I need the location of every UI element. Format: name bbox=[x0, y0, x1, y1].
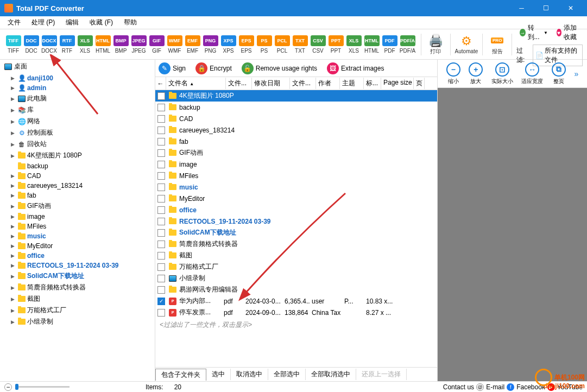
format-tiff-button[interactable]: TIFFTIFF bbox=[4, 35, 22, 54]
tree-item[interactable]: ▶SolidCAM下载地址 bbox=[0, 270, 155, 282]
file-row[interactable]: fab bbox=[155, 136, 437, 147]
format-bmp-button[interactable]: BMPBMP bbox=[112, 35, 130, 54]
tree-item[interactable]: ▶截图 bbox=[0, 293, 155, 305]
checkbox[interactable] bbox=[157, 172, 165, 180]
file-row[interactable]: RECTOOLS_19-11-2024 03-39 bbox=[155, 216, 437, 227]
file-row[interactable]: 小组录制 bbox=[155, 273, 437, 284]
checkbox[interactable] bbox=[157, 149, 165, 157]
file-row[interactable]: 4K壁纸图片 1080P bbox=[155, 90, 437, 102]
format-rtf-button[interactable]: RTFRTF bbox=[58, 35, 76, 54]
menu-编辑[interactable]: 编辑 bbox=[60, 17, 84, 28]
extract-images-button[interactable]: 🖼Extract images bbox=[327, 62, 384, 74]
tree-item[interactable]: ▶⚙控制面板 bbox=[0, 127, 155, 138]
tree-item[interactable]: ▶万能格式工厂 bbox=[0, 305, 155, 316]
checkbox[interactable] bbox=[157, 104, 165, 111]
preview-fitwidth-button[interactable]: ↔适应宽度 bbox=[521, 62, 543, 85]
select-action-button[interactable]: 全部选中 bbox=[268, 369, 306, 380]
maximize-button[interactable]: ☐ bbox=[534, 0, 558, 16]
tree-item[interactable]: ▶MyEditor bbox=[0, 241, 155, 251]
tree-item[interactable]: ▶4K壁纸图片 1080P bbox=[0, 150, 155, 161]
menu-帮助[interactable]: 帮助 bbox=[118, 17, 142, 28]
format-docx-button[interactable]: DOCXDOCX bbox=[40, 35, 58, 54]
format-ppt-button[interactable]: PPTPPT bbox=[327, 35, 345, 54]
checkbox[interactable] bbox=[157, 138, 165, 146]
preview-zoomin-button[interactable]: +放大 bbox=[469, 62, 483, 85]
tree-item[interactable]: ▶👤danji100 bbox=[0, 73, 155, 83]
tree-item[interactable]: ▶CAD bbox=[0, 171, 155, 181]
checkbox[interactable]: ✓ bbox=[157, 298, 165, 305]
file-row[interactable]: CAD bbox=[155, 113, 437, 124]
add-favorite-button[interactable]: ♥添加收藏 bbox=[553, 22, 583, 43]
checkbox[interactable] bbox=[157, 184, 165, 191]
format-html-button[interactable]: HTMLHTML bbox=[94, 35, 112, 54]
tree-item[interactable]: ▶MFiles bbox=[0, 222, 155, 231]
tree-item[interactable]: ▶🗑回收站 bbox=[0, 138, 155, 150]
zoom-out-button[interactable]: − bbox=[4, 383, 12, 391]
file-row[interactable]: P停车发票...pdf2024-09-0...138,864China Tax8… bbox=[155, 307, 437, 318]
tree-item[interactable]: ▶office bbox=[0, 251, 155, 261]
preview-actual-button[interactable]: ⊡实际大小 bbox=[491, 62, 513, 85]
tree-item[interactable]: ▶GIF动画 bbox=[0, 200, 155, 212]
format-wmf-button[interactable]: WMFWMF bbox=[166, 35, 184, 54]
format-pcl-button[interactable]: PCLPCL bbox=[273, 35, 291, 54]
email-icon[interactable]: @ bbox=[476, 383, 484, 391]
checkbox[interactable] bbox=[157, 263, 165, 271]
checkbox[interactable] bbox=[157, 275, 165, 282]
select-action-button[interactable]: 选中 bbox=[206, 369, 231, 380]
format-pdf/a-button[interactable]: PDF/APDF/A bbox=[399, 35, 416, 54]
checkbox[interactable] bbox=[157, 286, 165, 294]
checkbox[interactable] bbox=[157, 127, 165, 134]
column-header[interactable]: 文件... bbox=[226, 78, 252, 89]
select-action-button[interactable]: 还原上一选择 bbox=[356, 369, 407, 380]
tree-item[interactable]: ▶image bbox=[0, 212, 155, 222]
format-pdf-button[interactable]: PDFPDF bbox=[381, 35, 399, 54]
file-row[interactable]: backup bbox=[155, 102, 437, 113]
tree-root-desktop[interactable]: 桌面 bbox=[0, 60, 155, 73]
tree-item[interactable]: ▶music bbox=[0, 231, 155, 241]
column-header[interactable]: 作者 bbox=[316, 78, 340, 89]
facebook-icon[interactable]: f bbox=[507, 383, 514, 391]
tree-item[interactable]: ▶简鹿音频格式转换器 bbox=[0, 282, 155, 293]
preview-more-button[interactable]: » bbox=[574, 69, 578, 78]
file-row[interactable]: 简鹿音频格式转换器 bbox=[155, 238, 437, 250]
format-gif-button[interactable]: GIFGIF bbox=[148, 35, 166, 54]
menu-文件[interactable]: 文件 bbox=[2, 17, 26, 28]
print-button[interactable]: 🖨️打印 bbox=[426, 34, 446, 55]
format-txt-button[interactable]: TXTTXT bbox=[291, 35, 309, 54]
checkbox[interactable] bbox=[157, 229, 165, 237]
tree-item[interactable]: ▶careueyes_183214 bbox=[0, 181, 155, 191]
goto-button[interactable]: →转到...▼ bbox=[516, 22, 551, 43]
checkbox[interactable] bbox=[157, 92, 165, 100]
tree-item[interactable]: ▶👤admin bbox=[0, 83, 155, 93]
preview-fitpage-button[interactable]: ⧉整页 bbox=[552, 62, 566, 85]
sign-button[interactable]: ✎Sign bbox=[159, 62, 186, 74]
format-html-button[interactable]: HTMLHTML bbox=[363, 35, 381, 54]
select-action-button[interactable]: 包含子文件夹 bbox=[155, 369, 206, 381]
column-header[interactable]: 文件... bbox=[290, 78, 316, 89]
tree-item[interactable]: ▶小组录制 bbox=[0, 316, 155, 327]
column-header[interactable]: 标... bbox=[364, 78, 381, 89]
format-xps-button[interactable]: XPSXPS bbox=[219, 35, 237, 54]
file-row[interactable]: music bbox=[155, 181, 437, 193]
column-header[interactable]: 文件名 ▲ bbox=[166, 78, 226, 89]
file-row[interactable]: office bbox=[155, 204, 437, 216]
tree-item[interactable]: ▶fab bbox=[0, 191, 155, 200]
checkbox[interactable] bbox=[157, 218, 165, 225]
file-row[interactable]: MFiles bbox=[155, 170, 437, 181]
select-action-button[interactable]: 取消选中 bbox=[231, 369, 268, 380]
column-header[interactable]: 修改日期 bbox=[252, 78, 290, 89]
tree-item[interactable]: ▶🌐网络 bbox=[0, 116, 155, 127]
format-doc-button[interactable]: DOCDOC bbox=[22, 35, 40, 54]
format-emf-button[interactable]: EMFEMF bbox=[184, 35, 201, 54]
close-button[interactable]: ✕ bbox=[558, 0, 583, 16]
nav-back-button[interactable]: ← bbox=[155, 77, 166, 90]
file-row[interactable]: GIF动画 bbox=[155, 147, 437, 159]
tree-item[interactable]: ▶RECTOOLS_19-11-2024 03-39 bbox=[0, 261, 155, 270]
file-row[interactable]: 万能格式工厂 bbox=[155, 261, 437, 273]
file-row[interactable]: image bbox=[155, 159, 437, 170]
report-button[interactable]: PRO报告 bbox=[487, 34, 507, 55]
tree-item[interactable]: backup bbox=[0, 161, 155, 171]
tree-item[interactable]: ▶此电脑 bbox=[0, 93, 155, 104]
email-link[interactable]: E-mail bbox=[486, 383, 504, 391]
checkbox[interactable] bbox=[157, 206, 165, 214]
